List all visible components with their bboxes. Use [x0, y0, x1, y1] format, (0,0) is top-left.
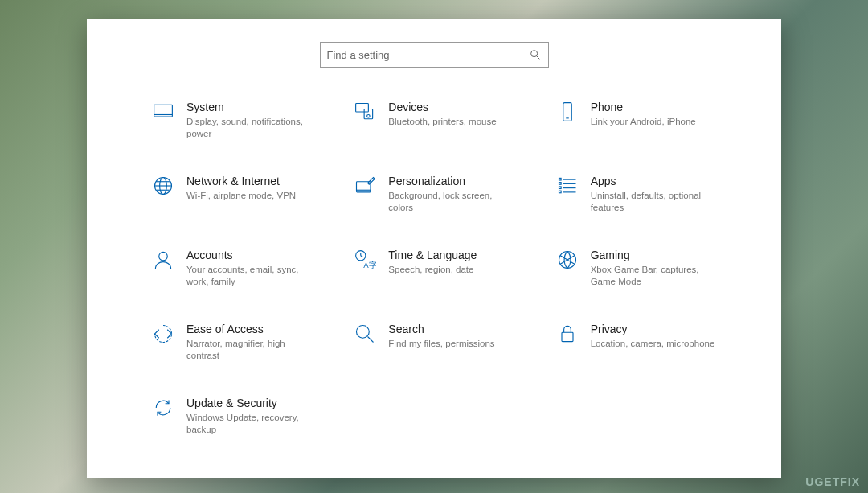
- tile-accounts[interactable]: Accounts Your accounts, email, sync, wor…: [151, 248, 329, 288]
- tile-search[interactable]: Search Find my files, permissions: [353, 322, 530, 362]
- apps-icon: [555, 174, 579, 198]
- lock-icon: [555, 322, 579, 346]
- svg-point-6: [367, 115, 371, 118]
- svg-line-27: [361, 256, 363, 257]
- tile-title: Accounts: [186, 248, 315, 262]
- search-bar[interactable]: [320, 42, 549, 68]
- tile-title: Network & Internet: [186, 174, 296, 188]
- svg-point-0: [530, 51, 537, 57]
- devices-icon: [353, 100, 377, 124]
- ease-of-access-icon: [151, 322, 175, 346]
- watermark: UGETFIX: [805, 475, 860, 488]
- tile-desc: Narrator, magnifier, high contrast: [186, 338, 315, 362]
- tile-desc: Speech, region, date: [388, 264, 477, 276]
- tile-title: Privacy: [591, 322, 715, 336]
- tile-desc: Uninstall, defaults, optional features: [591, 190, 719, 214]
- settings-window: System Display, sound, notifications, po…: [87, 19, 781, 478]
- system-icon: [151, 100, 175, 124]
- svg-rect-21: [559, 183, 561, 185]
- tile-title: Devices: [388, 100, 496, 114]
- search-icon: [529, 48, 542, 61]
- tile-desc: Location, camera, microphone: [591, 338, 715, 350]
- search-category-icon: [353, 322, 377, 346]
- tile-desc: Your accounts, email, sync, work, family: [186, 264, 315, 288]
- time-language-icon: A字: [353, 248, 377, 272]
- tile-title: Ease of Access: [186, 322, 315, 336]
- tile-network[interactable]: Network & Internet Wi-Fi, airplane mode,…: [151, 174, 329, 214]
- settings-grid: System Display, sound, notifications, po…: [87, 100, 781, 436]
- tile-desc: Link your Android, iPhone: [591, 116, 696, 128]
- tile-title: System: [186, 100, 315, 114]
- gaming-icon: [555, 248, 579, 272]
- svg-rect-4: [356, 104, 369, 113]
- globe-icon: [151, 174, 175, 198]
- tile-title: Time & Language: [388, 248, 477, 262]
- tile-privacy[interactable]: Privacy Location, camera, microphone: [555, 322, 733, 362]
- tile-personalization[interactable]: Personalization Background, lock screen,…: [353, 174, 530, 214]
- tile-desc: Display, sound, notifications, power: [186, 116, 315, 140]
- svg-point-30: [357, 326, 370, 339]
- tile-system[interactable]: System Display, sound, notifications, po…: [151, 100, 329, 140]
- tile-title: Apps: [591, 174, 719, 188]
- tile-desc: Wi-Fi, airplane mode, VPN: [186, 190, 296, 202]
- tile-title: Update & Security: [186, 396, 315, 410]
- update-icon: [151, 396, 175, 420]
- tile-title: Personalization: [388, 174, 517, 188]
- personalization-icon: [353, 174, 377, 198]
- tile-desc: Find my files, permissions: [388, 338, 494, 350]
- tile-title: Phone: [591, 100, 696, 114]
- tile-phone[interactable]: Phone Link your Android, iPhone: [555, 100, 733, 140]
- tile-desc: Xbox Game Bar, captures, Game Mode: [591, 264, 719, 288]
- svg-line-1: [536, 56, 539, 60]
- search-input[interactable]: [327, 49, 529, 61]
- svg-line-31: [368, 337, 374, 343]
- tile-title: Gaming: [591, 248, 719, 262]
- tile-devices[interactable]: Devices Bluetooth, printers, mouse: [353, 100, 530, 140]
- svg-text:A字: A字: [364, 261, 377, 269]
- tile-ease-of-access[interactable]: Ease of Access Narrator, magnifier, high…: [151, 322, 329, 362]
- tile-gaming[interactable]: Gaming Xbox Game Bar, captures, Game Mod…: [555, 248, 733, 288]
- tile-update-security[interactable]: Update & Security Windows Update, recove…: [151, 396, 329, 436]
- svg-point-24: [159, 252, 168, 261]
- accounts-icon: [151, 248, 175, 272]
- phone-icon: [555, 100, 579, 124]
- svg-rect-23: [559, 191, 561, 193]
- svg-rect-20: [559, 178, 561, 180]
- tile-apps[interactable]: Apps Uninstall, defaults, optional featu…: [555, 174, 733, 214]
- tile-desc: Bluetooth, printers, mouse: [388, 116, 496, 128]
- tile-desc: Background, lock screen, colors: [388, 190, 517, 214]
- svg-rect-32: [562, 332, 573, 341]
- svg-rect-22: [559, 187, 561, 189]
- tile-title: Search: [388, 322, 494, 336]
- tile-time-language[interactable]: A字 Time & Language Speech, region, date: [353, 248, 530, 288]
- tile-desc: Windows Update, recovery, backup: [186, 412, 315, 436]
